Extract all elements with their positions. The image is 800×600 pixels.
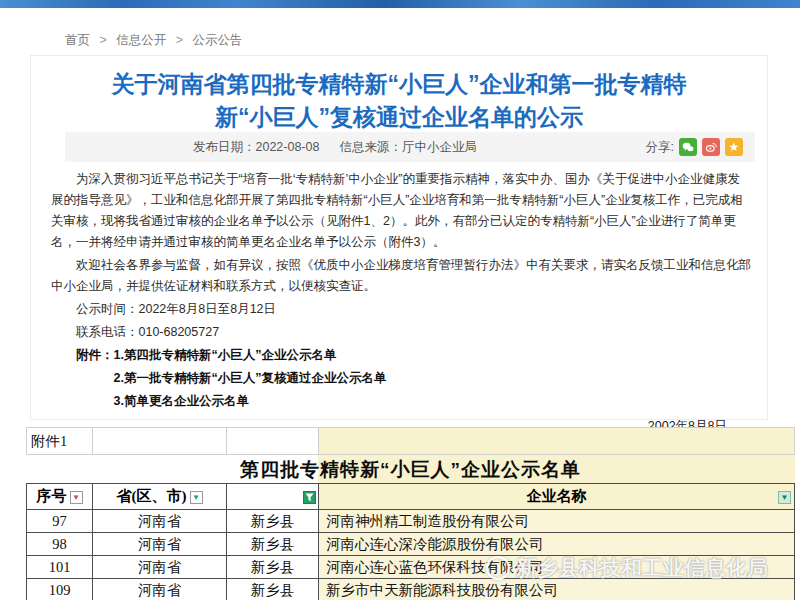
top-nav-bar [0, 0, 800, 8]
header-county [227, 484, 319, 510]
cell-province: 河南省 [93, 510, 227, 533]
attachment-link-3[interactable]: 3.简单更名企业公示名单 [51, 391, 751, 412]
breadcrumb-separator: > [176, 33, 183, 47]
empty-cell [93, 428, 227, 454]
header-company-label: 企业名称 [527, 488, 587, 504]
cell-county: 新乡县 [227, 556, 319, 579]
article-title: 关于河南省第四批专精特新“小巨人”企业和第一批专精特 新“小巨人”复核通过企业名… [71, 68, 727, 134]
article-body: 为深入贯彻习近平总书记关于“培育一批‘专精特新’中小企业”的重要指示精神，落实中… [51, 169, 751, 439]
cell-company: 新乡市中天新能源科技股份有限公司 [319, 579, 795, 600]
paragraph: 为深入贯彻习近平总书记关于“培育一批‘专精特新’中小企业”的重要指示精神，落实中… [51, 169, 751, 253]
article-card: 关于河南省第四批专精特新“小巨人”企业和第一批专精特 新“小巨人”复核通过企业名… [30, 55, 768, 420]
cell-serial: 109 [27, 579, 93, 600]
header-serial-label: 序号 [37, 488, 67, 504]
breadcrumb-home[interactable]: 首页 [65, 33, 90, 47]
header-province-label: 省(区、市) [117, 488, 187, 504]
star-share-icon[interactable]: ★ [725, 138, 743, 156]
cell-province: 河南省 [93, 579, 227, 600]
empty-cell [319, 428, 794, 454]
cell-company: 河南心连心深冷能源股份有限公司 [319, 533, 795, 556]
attachment-sheet: 附件1 第四批专精特新“小巨人”企业公示名单 序号▼ 省(区、市)▼ [0, 427, 800, 600]
article-title-line2: 新“小巨人”复核通过企业名单的公示 [71, 101, 727, 134]
attachment-link-2[interactable]: 2.第一批专精特新“小巨人”复核通过企业公示名单 [51, 368, 751, 389]
cell-province: 河南省 [93, 533, 227, 556]
breadcrumb-separator: > [99, 33, 106, 47]
publish-date: 发布日期：2022-08-08 [193, 139, 319, 156]
table-row: 109 河南省 新乡县 新乡市中天新能源科技股份有限公司 [27, 579, 795, 600]
filter-dropdown-icon[interactable]: ▼ [70, 491, 83, 504]
paragraph: 欢迎社会各界参与监督，如有异议，按照《优质中小企业梯度培育管理暂行办法》中有关要… [51, 255, 751, 297]
enterprise-table: 序号▼ 省(区、市)▼ 企业名称 ▼ 97 河南省 [26, 483, 795, 600]
article-title-line1: 关于河南省第四批专精特新“小巨人”企业和第一批专精特 [71, 68, 727, 101]
table-row: 98 河南省 新乡县 河南心连心深冷能源股份有限公司 [27, 533, 795, 556]
header-serial: 序号▼ [27, 484, 93, 510]
cell-province: 河南省 [93, 556, 227, 579]
header-province: 省(区、市)▼ [93, 484, 227, 510]
sheet-label-row: 附件1 [26, 427, 795, 455]
active-filter-icon[interactable] [303, 491, 316, 504]
breadcrumb-info-disclosure[interactable]: 信息公开 [116, 33, 166, 47]
cell-serial: 97 [27, 510, 93, 533]
cell-company: 河南神州精工制造股份有限公司 [319, 510, 795, 533]
header-company: 企业名称 ▼ [319, 484, 795, 510]
breadcrumb: 首页 > 信息公开 > 公示公告 [65, 32, 243, 49]
cell-county: 新乡县 [227, 510, 319, 533]
page: 首页 > 信息公开 > 公示公告 关于河南省第四批专精特新“小巨人”企业和第一批… [0, 0, 800, 600]
weibo-share-icon[interactable] [702, 138, 720, 156]
cell-county: 新乡县 [227, 533, 319, 556]
wechat-share-icon[interactable] [679, 138, 697, 156]
cell-serial: 101 [27, 556, 93, 579]
breadcrumb-public-notice[interactable]: 公示公告 [193, 33, 243, 47]
contact-phone: 联系电话：010-68205727 [51, 322, 751, 343]
cell-serial: 98 [27, 533, 93, 556]
share-group: 分享: ★ [646, 138, 743, 156]
table-row: 97 河南省 新乡县 河南神州精工制造股份有限公司 [27, 510, 795, 533]
sheet-title: 第四批专精特新“小巨人”企业公示名单 [26, 455, 795, 483]
empty-cell [227, 428, 319, 454]
share-label: 分享: [646, 139, 674, 156]
attachment-label-cell: 附件1 [27, 428, 93, 454]
table-row: 101 河南省 新乡县 河南心连心蓝色环保科技有限公司 [27, 556, 795, 579]
info-source: 信息来源：厅中小企业局 [339, 139, 477, 156]
attachment-link-1[interactable]: 附件：1.第四批专精特新“小巨人”企业公示名单 [51, 345, 751, 366]
cell-company: 河南心连心蓝色环保科技有限公司 [319, 556, 795, 579]
meta-bar: 发布日期：2022-08-08 信息来源：厅中小企业局 分享: ★ [65, 132, 755, 162]
cell-county: 新乡县 [227, 579, 319, 600]
filter-dropdown-icon[interactable]: ▼ [190, 491, 203, 504]
table-header-row: 序号▼ 省(区、市)▼ 企业名称 ▼ [27, 484, 795, 510]
filter-dropdown-icon[interactable]: ▼ [778, 491, 791, 504]
notice-period: 公示时间：2022年8月8日至8月12日 [51, 299, 751, 320]
